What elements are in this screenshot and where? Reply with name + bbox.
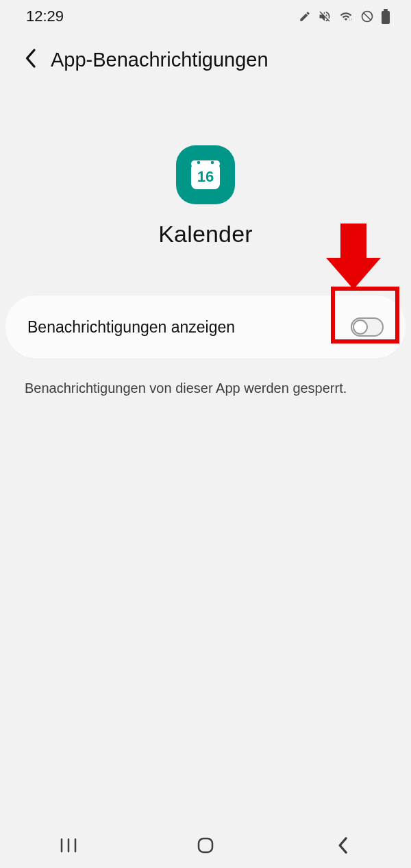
svg-line-2	[364, 13, 371, 20]
nav-back-button[interactable]	[301, 836, 384, 854]
show-notifications-row[interactable]: Benachrichtigungen anzeigen	[5, 296, 406, 359]
notifications-blocked-text: Benachrichtigungen von dieser App werden…	[25, 381, 386, 396]
svg-rect-6	[191, 160, 220, 167]
svg-point-8	[211, 161, 214, 164]
show-notifications-label: Benachrichtigungen anzeigen	[27, 318, 235, 337]
app-info: 16 Kalender	[0, 145, 411, 248]
show-notifications-toggle[interactable]	[351, 317, 384, 337]
blocked-icon	[360, 10, 374, 23]
svg-marker-10	[326, 258, 381, 289]
status-icons: ↓↑	[299, 9, 390, 24]
back-button[interactable]	[23, 48, 37, 71]
svg-rect-14	[199, 839, 212, 852]
status-time: 12:29	[26, 8, 64, 25]
home-button[interactable]	[164, 836, 247, 855]
calendar-day-number: 16	[197, 168, 214, 185]
navigation-bar	[0, 823, 411, 868]
recents-button[interactable]	[27, 837, 110, 854]
edit-icon	[299, 10, 311, 23]
svg-rect-4	[382, 11, 390, 24]
svg-text:↓↑: ↓↑	[349, 17, 353, 21]
svg-point-7	[197, 161, 200, 164]
page-header: App-Benachrichtigungen	[0, 33, 411, 78]
svg-rect-3	[384, 9, 388, 11]
status-bar: 12:29 ↓↑	[0, 0, 411, 33]
mute-icon	[318, 10, 332, 23]
toggle-knob	[353, 320, 368, 335]
page-title: App-Benachrichtigungen	[51, 49, 269, 71]
battery-icon	[381, 9, 390, 24]
calendar-app-icon: 16	[176, 145, 235, 204]
wifi-icon: ↓↑	[338, 10, 353, 23]
app-name: Kalender	[158, 221, 253, 248]
